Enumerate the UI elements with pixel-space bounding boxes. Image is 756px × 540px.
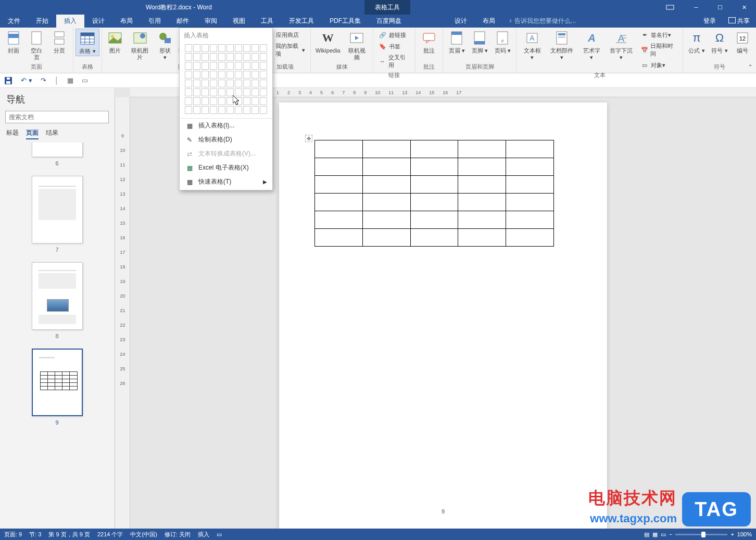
qat-icon-2[interactable]: ▭ [82,76,88,84]
wikipedia-button[interactable]: WWikipedia [313,29,343,55]
pictures-button[interactable]: 图片 [104,29,126,55]
status-page[interactable]: 页面: 9 [4,531,22,538]
hyperlink-button[interactable]: 🔗超链接 [376,30,412,40]
cover-page-button[interactable]: 封面 [2,29,25,55]
collapse-ribbon-icon[interactable]: ⌃ [748,63,753,71]
zoom-level[interactable]: 100% [737,531,752,537]
table-move-handle[interactable]: ✥ [305,135,312,142]
nav-tabs: 标题 页面 结果 [0,125,114,143]
tab-devtools[interactable]: 开发工具 [281,15,322,28]
table-tools-label: 表格工具 [364,0,410,15]
header-button[interactable]: 页眉 ▾ [445,29,468,55]
tab-baidu[interactable]: 百度网盘 [369,15,409,28]
ctx-tab-layout[interactable]: 布局 [475,15,503,28]
tab-mailings[interactable]: 邮件 [169,15,197,28]
bookmark-button[interactable]: 🔖书签 [376,41,412,52]
equation-button[interactable]: π公式 ▾ [685,29,708,55]
navtab-headings[interactable]: 标题 [6,127,19,139]
tab-review[interactable]: 审阅 [197,15,225,28]
quickparts-button[interactable]: 文档部件 ▾ [546,29,578,62]
ribbon-tabs: 文件 开始 插入 设计 布局 引用 邮件 审阅 视图 工具 开发工具 PDF工具… [0,15,756,28]
tab-pdftools[interactable]: PDF工具集 [322,15,369,28]
zoom-slider[interactable] [675,534,727,535]
thumbnail-8[interactable]: 8 [0,262,114,339]
pencil-icon: ✎ [185,136,194,144]
wordart-button[interactable]: A艺术字 ▾ [578,29,605,62]
table-button[interactable]: 表格 ▾ [75,29,99,56]
document-area: 32112345678910111314151617 9101112131415… [115,88,756,529]
status-macro-icon[interactable]: ▭ [217,531,222,538]
qat-icon-1[interactable]: ▦ [67,76,73,84]
ctx-tab-design[interactable]: 设计 [447,15,475,28]
minimize-button[interactable]: ─ [684,0,708,15]
page-thumbnails[interactable]: 6 7 8 [0,143,114,529]
pagenum-button[interactable]: #页码 ▾ [491,29,514,55]
textbox-button[interactable]: A文本框 ▾ [519,29,546,62]
status-track[interactable]: 修订: 关闭 [165,531,191,538]
status-section[interactable]: 节: 3 [29,531,41,538]
object-button[interactable]: ▭对象 ▾ [638,60,679,70]
close-button[interactable]: ✕ [732,0,756,15]
blank-page-button[interactable]: 空白页 [25,29,48,62]
svg-rect-18 [165,38,171,43]
view-web-icon[interactable]: ▭ [661,531,666,538]
footer-button[interactable]: 页脚 ▾ [468,29,491,55]
status-lang[interactable]: 中文(中国) [130,531,157,538]
watermark-text-1: 电脑技术网 [588,487,677,510]
svg-marker-31 [426,41,430,43]
thumbnail-7[interactable]: 7 [0,176,114,253]
view-print-icon[interactable]: ▦ [652,531,658,538]
comment-button[interactable]: 批注 [418,29,440,55]
search-input[interactable] [5,111,109,123]
tab-references[interactable]: 引用 [141,15,169,28]
online-pictures-button[interactable]: 联机图片 [126,29,154,62]
nav-search[interactable] [5,111,109,123]
table-grid-picker[interactable] [180,41,272,118]
tell-me-box[interactable]: ♀ 告诉我您想要做什么... [503,15,581,28]
dropcap-button[interactable]: A首字下沉 ▾ [605,29,637,62]
status-words[interactable]: 2214 个字 [97,531,123,538]
shapes-button[interactable]: 形状 ▾ [154,29,176,62]
tab-file[interactable]: 文件 [0,15,28,28]
login-button[interactable]: 登录 [697,15,722,28]
document-table[interactable] [314,140,554,247]
svg-text:#: # [501,38,504,44]
redo-button[interactable]: ↷ [41,76,46,84]
quick-table-item[interactable]: ▦快速表格(T)▶ [180,175,272,189]
table-icon: ▦ [185,122,194,130]
excel-table-item[interactable]: ▦Excel 电子表格(X) [180,161,272,175]
tab-home[interactable]: 开始 [28,15,56,28]
tab-layout[interactable]: 布局 [112,15,141,28]
zoom-in-button[interactable]: + [730,531,734,537]
insert-table-item[interactable]: ▦插入表格(I)... [180,119,272,133]
number-button[interactable]: 12编号 [731,29,754,55]
undo-button[interactable]: ↶ ▾ [21,76,32,84]
svg-rect-12 [81,33,94,36]
datetime-button[interactable]: 📅日期和时间 [638,41,679,59]
document-page[interactable]: ✥ 9 [279,102,607,529]
navtab-pages[interactable]: 页面 [26,127,39,139]
maximize-button[interactable]: ☐ [708,0,732,15]
svg-text:A: A [618,33,624,44]
tab-design[interactable]: 设计 [84,15,112,28]
tab-view[interactable]: 视图 [225,15,253,28]
crossref-button[interactable]: ↔交叉引用 [376,53,412,70]
page-break-button[interactable]: 分页 [48,29,71,55]
tab-insert[interactable]: 插入 [56,15,84,28]
draw-table-item[interactable]: ✎绘制表格(D) [180,133,272,147]
status-mode[interactable]: 插入 [198,531,209,538]
status-pageof[interactable]: 第 9 页，共 9 页 [48,531,90,538]
zoom-out-button[interactable]: − [669,531,672,537]
vertical-ruler[interactable]: 91011121314151617181920212223242526 [116,97,130,529]
navtab-results[interactable]: 结果 [46,127,58,139]
thumbnail-9[interactable]: 9 [0,349,114,426]
tab-tools[interactable]: 工具 [253,15,281,28]
share-button[interactable]: 共享 [722,15,756,28]
save-button[interactable] [4,76,12,85]
online-video-button[interactable]: 联机视频 [343,29,371,62]
symbol-button[interactable]: Ω符号 ▾ [708,29,731,55]
signature-button[interactable]: ✒签名行 ▾ [638,30,679,40]
thumbnail-6[interactable]: 6 [0,143,114,166]
ribbon-display-icon[interactable] [658,0,682,15]
view-read-icon[interactable]: ▤ [644,531,649,538]
